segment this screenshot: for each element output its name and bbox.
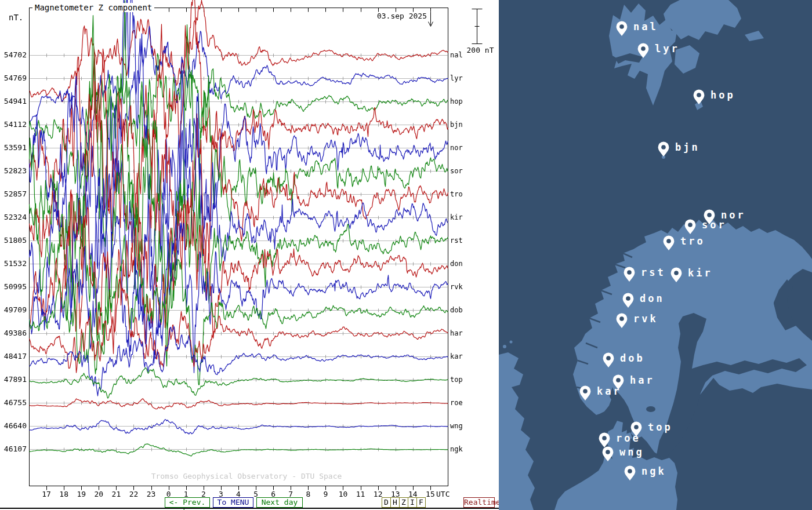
map-pin-label: wng [619,446,644,458]
magnetometer-page: Magnetometer Z component nT. 03.sep 2025… [0,0,812,510]
hour-label-22: 22 [125,490,142,498]
next-day-button[interactable]: Next day -> [256,497,303,508]
component-f-button[interactable]: F [416,497,426,508]
y-axis-label: 53591 [1,143,27,152]
pin-hole [688,223,693,227]
station-label-lyr: lyr [450,74,463,82]
pin-hole [707,213,712,217]
map-pin-label: tro [680,235,705,247]
y-axis-label: 49709 [1,305,27,314]
y-axis-label: 50995 [1,282,27,291]
pin-hole [628,469,632,473]
map-pin-label: har [630,374,655,386]
hour-label-23: 23 [143,490,160,498]
station-label-rvk: rvk [450,283,463,291]
y-axis-label: 54702 [1,50,27,59]
station-label-sor: sor [450,167,463,175]
map-pin-label: nal [633,21,658,32]
y-axis-label: 47891 [1,375,27,384]
map-pin-label: lyr [655,43,680,54]
y-axis-label: 52857 [1,190,27,198]
y-axis-label: 46640 [1,421,27,430]
hour-label-11: 11 [352,490,369,498]
land-orkney [503,345,506,348]
station-label-kir: kir [450,213,463,221]
magnetogram-panel: Magnetometer Z component nT. 03.sep 2025… [0,0,499,510]
scandinavia-map: nallyrhopbjnnorsortrorstkirdonrvkdobhark… [499,0,812,510]
pin-hole [619,316,624,321]
y-axis-label: 46755 [1,398,27,407]
hour-label-18: 18 [55,490,72,498]
station-label-kar: kar [450,352,463,360]
y-axis-label: 48417 [1,352,27,360]
panel-bottom-rule [0,508,499,509]
station-label-rst: rst [450,236,463,245]
date-label: 03.sep 2025 [371,12,427,20]
station-label-don: don [450,260,463,268]
hour-label-17: 17 [38,490,55,498]
station-label-dob: dob [450,306,463,314]
y-axis-label: 54769 [1,74,27,82]
y-axis-label: 52823 [1,166,27,175]
hour-label-9: 9 [317,490,334,498]
pin-hole [626,296,630,301]
map-pin-label: bjn [675,141,700,153]
y-axis-label: 51532 [1,259,27,268]
map-pin-label: rvk [633,313,658,325]
chart-title: Magnetometer Z component [32,3,154,12]
prev-day-button[interactable]: <- Prev. day [165,497,210,508]
hour-label-19: 19 [72,490,90,498]
y-axis-label: 49386 [1,329,27,337]
y-axis-label: 54941 [1,97,27,105]
station-label-tro: tro [450,190,463,198]
land-lofoten-islet [619,286,622,289]
map-pin-label: sor [702,219,727,231]
pin-hole [602,436,607,440]
pin-hole [619,24,624,29]
map-pin-label: dob [620,352,645,364]
station-label-top: top [450,376,463,384]
pin-hole [616,378,621,382]
scale-bar-label: 200 nT [464,46,496,54]
pin-hole [674,271,679,275]
component-i-button[interactable]: I [408,497,417,508]
station-label-hop: hop [450,97,463,105]
map-pin-label: don [640,293,665,304]
map-pin-label: top [648,421,673,433]
station-label-nal: nal [450,51,463,59]
station-label-har: har [450,329,463,337]
component-h-button[interactable]: H [390,497,400,508]
map-pin-label: ngk [641,465,666,477]
pin-hole [697,93,701,97]
station-label-nor: nor [450,144,463,152]
map-pin-label: kir [688,267,713,279]
land-lofoten-islet [624,281,627,285]
pin-hole [666,239,671,243]
pin-hole [641,46,646,51]
station-label-bjn: bjn [450,121,463,129]
pin-hole [606,356,611,360]
map-pin-label: kar [597,385,622,397]
pin-hole [661,145,666,150]
observatory-credit: Tromso Geophysical Observatory - DTU Spa… [133,472,360,480]
y-axis-label: 52324 [1,213,27,221]
realtime-button[interactable]: Realtime [463,497,495,508]
y-axis-label: 51805 [1,236,27,245]
map-pin-label: hop [710,89,735,101]
hour-label-21: 21 [107,490,125,498]
station-map-panel: nallyrhopbjnnorsortrorstkirdonrvkdobhark… [499,0,812,510]
component-selector: D H Z I F [382,497,426,508]
station-label-roe: roe [450,399,463,407]
map-pin-label: roe [616,432,641,444]
land-shetland [510,341,513,344]
component-d-button[interactable]: D [382,497,391,508]
y-axis-unit-label: nT. [9,13,23,22]
component-z-button[interactable]: Z [399,497,408,508]
hour-label-20: 20 [90,490,107,498]
magnetogram-chart [0,0,499,510]
station-label-ngk: ngk [450,445,463,453]
y-axis-label: 54112 [1,120,27,129]
pin-hole [627,270,632,275]
lake-vanern [646,406,655,412]
to-menu-button[interactable]: To MENU [213,497,253,508]
